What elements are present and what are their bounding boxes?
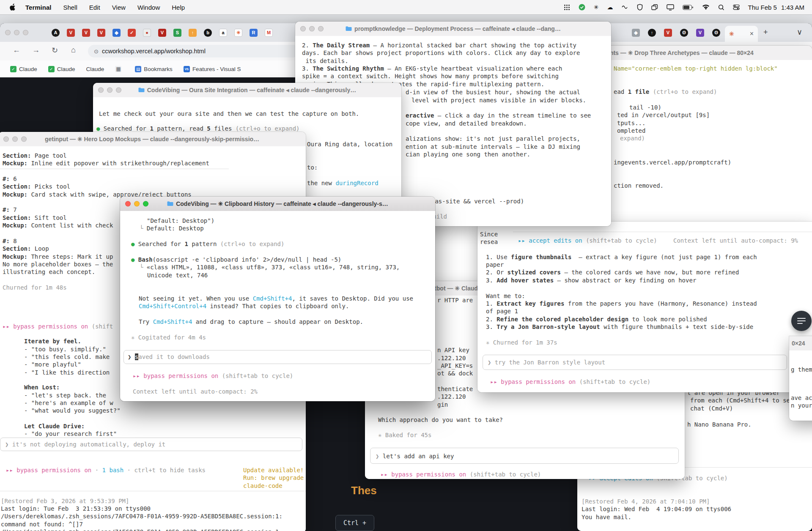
bookmark-label: Claude — [57, 66, 75, 72]
terminal-line: ot && dock — [437, 370, 473, 377]
pinned-tab[interactable]: ● — [143, 29, 151, 37]
terminal-line: ▸▸ bypass permissions on (shift+tab to c… — [133, 372, 293, 380]
pinned-tab[interactable]: ◆ — [112, 29, 121, 37]
terminal-line: resea — [480, 238, 498, 246]
pinned-tab[interactable]: V — [664, 29, 672, 37]
pinned-tab[interactable]: V — [158, 29, 166, 37]
window-title: CodeVibing — ✳ Clipboard History — caffe… — [120, 197, 435, 211]
reload-button[interactable]: ↻ — [49, 45, 60, 55]
bookmark-item[interactable]: ▤Bookmarks — [135, 66, 173, 72]
url-text: ccworkshop.vercel.app/workshop.html — [102, 48, 206, 55]
menu-terminal[interactable]: Terminal — [25, 4, 51, 11]
pinned-tab[interactable]: ◆ — [632, 29, 640, 37]
close-tab-icon[interactable]: × — [750, 30, 754, 38]
battery-icon[interactable] — [683, 5, 694, 10]
pinned-tab[interactable]: M — [265, 29, 273, 37]
terminal-line: Mockup: Inline edit popover with striket… — [3, 159, 209, 167]
site-info-icon[interactable]: ⊙ — [94, 48, 99, 55]
terminal-line: tputs... — [617, 119, 645, 127]
pinned-tab[interactable]: a — [219, 29, 227, 37]
pinned-tab[interactable]: V — [82, 29, 90, 37]
terminal-line: 2. The Daily Stream — A horizontal stack… — [302, 41, 576, 49]
menu-edit[interactable]: Edit — [89, 4, 100, 11]
display-icon[interactable] — [667, 4, 674, 11]
divider — [513, 232, 812, 232]
terminal-content[interactable]: "Default: Desktop")└ Default: Desktop● S… — [120, 211, 435, 401]
pinned-tab[interactable]: V — [97, 29, 105, 37]
pinned-tab[interactable]: ʘ — [712, 29, 720, 37]
terminal-line: r HTTP are — [437, 296, 473, 304]
terminal-line: Run: brew upgrade — [243, 474, 304, 482]
pinned-tab[interactable]: R — [250, 29, 258, 37]
pinned-tab[interactable]: ʘ — [680, 29, 688, 37]
pinned-tab[interactable]: V — [696, 29, 704, 37]
terminal-content[interactable]: Sinceresea▸▸ accept edits on (shift+tab … — [477, 222, 812, 392]
pinned-tab[interactable]: S — [173, 29, 181, 37]
terminal-line: of page 1 — [486, 307, 518, 315]
wave-icon[interactable] — [622, 5, 628, 9]
terminal-line: Want me to: — [486, 292, 525, 300]
terminal-line: Try Cmd+Shift+4 and drag to capture — sh… — [139, 318, 363, 326]
menu-help[interactable]: Help — [172, 4, 185, 11]
bookmark-item[interactable]: Claude — [86, 66, 104, 72]
bookmark-item[interactable]: ✓Claude — [48, 66, 75, 72]
bookmark-item[interactable]: VSFeatures - Visual S — [184, 66, 241, 72]
bookmark-item[interactable]: ✓Claude — [10, 66, 37, 72]
minimize-button[interactable] — [14, 30, 19, 36]
menu-view[interactable]: View — [112, 4, 126, 11]
app-grid-icon[interactable] — [564, 4, 570, 11]
asterisk-icon[interactable]: ✳ — [594, 4, 599, 11]
window-titlebar[interactable]: getinput — ✳ Hero Loop Mockups — claude … — [0, 132, 306, 147]
terminal-line: ❯ let's add an api key — [376, 452, 454, 460]
floating-menu-button[interactable] — [791, 311, 812, 331]
pinned-tab[interactable]: b — [204, 29, 212, 37]
terminal-line: Let Claude Drive: — [24, 422, 85, 430]
pinned-tab[interactable]: ↑ — [189, 29, 197, 37]
url-bar[interactable]: ⊙ ccworkshop.vercel.app/workshop.html — [88, 45, 299, 57]
shield-icon[interactable] — [637, 4, 643, 11]
terminal-content[interactable]: g themave acn your — [789, 350, 812, 421]
check-bookmark-icon: ✓ — [10, 66, 16, 72]
pinned-tab[interactable]: ✳ — [234, 29, 242, 37]
menu-clock[interactable]: Thu Feb 51:43 AM — [748, 4, 804, 11]
zoom-button[interactable] — [23, 30, 28, 36]
terminal-line: expand) — [620, 134, 645, 142]
pinned-tab[interactable]: ↑ — [648, 29, 656, 37]
cloud-icon[interactable]: ☁ — [607, 4, 613, 11]
search-icon[interactable] — [718, 4, 724, 11]
active-tab[interactable]: ✳ × — [725, 26, 758, 42]
terminal-line: When Lost: — [24, 383, 60, 391]
window-titlebar[interactable]: 0×24 — [789, 336, 812, 351]
terminal-line: ted in /vercel/output [9s] — [617, 111, 710, 119]
terminal-line: ompleted — [617, 127, 645, 134]
terminal-line: No more placeholder boxes — the — [3, 260, 113, 268]
bookmark-item[interactable]: ▦ — [115, 66, 124, 72]
menu-window[interactable]: Window — [137, 4, 160, 11]
new-tab-button[interactable]: + — [763, 27, 768, 37]
terminal-line: Last login: Wed Feb 4 19:04:09 on ttys00… — [582, 505, 731, 513]
close-button[interactable] — [5, 30, 11, 36]
window-titlebar[interactable]: CodeVibing — ✳ Clipboard History — caffe… — [120, 197, 435, 211]
check-badge-icon[interactable] — [579, 4, 585, 11]
terminal-line: 1. Use figure thumbnails — extract a key… — [486, 253, 757, 261]
pinned-tab[interactable]: V — [67, 29, 75, 37]
tab-search-button[interactable]: ∨ — [797, 27, 802, 37]
back-button[interactable]: ← — [10, 45, 23, 55]
wifi-icon[interactable] — [702, 5, 710, 10]
apple-menu-icon[interactable] — [9, 3, 16, 11]
window-titlebar[interactable]: promptknowledge — Deployment Process — c… — [295, 22, 611, 36]
terminal-line: - "this feels cold. make — [24, 353, 110, 361]
terminal-line: 1. Extract key figures from the papers y… — [486, 300, 757, 307]
pinned-tab[interactable]: ✓ — [128, 29, 136, 37]
menu-shell[interactable]: Shell — [63, 4, 77, 11]
pinned-tab[interactable]: A — [52, 29, 60, 37]
windows-stack-icon[interactable] — [651, 4, 658, 10]
terminal-line: ▸▸ bypass permissions on (shift — [3, 323, 113, 330]
window-titlebar[interactable]: CodeVibing — Oura Site Integration — caf… — [93, 83, 401, 98]
terminal-line: ● Searched for 1 pattern, read 5 files (… — [96, 125, 299, 132]
control-center-icon[interactable] — [733, 4, 740, 10]
terminal-line: Iterate by feel. — [24, 337, 81, 345]
home-button[interactable]: ⌂ — [69, 45, 78, 55]
claude-favicon: ✳ — [729, 30, 734, 37]
forward-button[interactable]: → — [30, 45, 42, 55]
